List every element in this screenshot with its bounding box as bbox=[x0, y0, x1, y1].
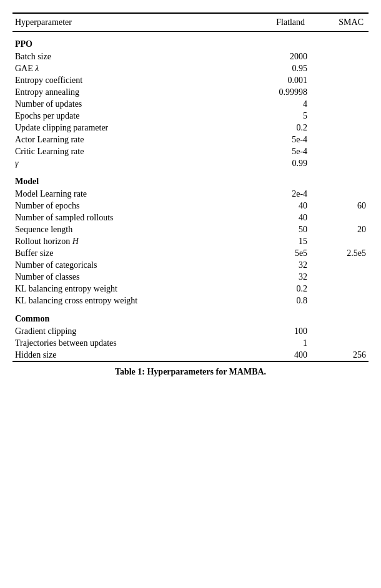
section-label-common: Common bbox=[12, 306, 369, 325]
smac-value bbox=[310, 212, 369, 223]
table-row: Critic Learning rate5e-4 bbox=[12, 145, 369, 157]
param-label: Model Learning rate bbox=[12, 188, 244, 200]
flatland-value: 100 bbox=[244, 325, 310, 337]
param-label: Hidden size bbox=[12, 349, 244, 361]
flatland-value: 50 bbox=[244, 223, 310, 235]
table-row: Epochs per update5 bbox=[12, 110, 369, 122]
param-label: Critic Learning rate bbox=[12, 145, 244, 157]
param-label: GAE λ bbox=[12, 62, 244, 74]
flatland-value: 0.99998 bbox=[244, 86, 310, 98]
param-label: Entropy annealing bbox=[12, 86, 244, 98]
header-param: Hyperparameter bbox=[12, 13, 244, 32]
flatland-value: 5e5 bbox=[244, 247, 310, 259]
flatland-value: 0.2 bbox=[244, 122, 310, 134]
table-row: KL balancing cross entropy weight0.8 bbox=[12, 295, 369, 306]
param-label: γ bbox=[12, 157, 244, 169]
table-row: Number of epochs4060 bbox=[12, 200, 369, 212]
smac-value bbox=[310, 110, 369, 122]
flatland-value: 0.2 bbox=[244, 283, 310, 295]
table-row: Hidden size400256 bbox=[12, 349, 369, 361]
param-label: Rollout horizon H bbox=[12, 235, 244, 247]
flatland-value: 0.99 bbox=[244, 157, 310, 169]
param-label: Number of classes bbox=[12, 271, 244, 283]
smac-value bbox=[310, 134, 369, 145]
table-row: Model Learning rate2e-4 bbox=[12, 188, 369, 200]
smac-value bbox=[310, 259, 369, 271]
param-label: KL balancing entropy weight bbox=[12, 283, 244, 295]
param-label: Update clipping parameter bbox=[12, 122, 244, 134]
smac-value: 20 bbox=[310, 223, 369, 235]
flatland-value: 0.95 bbox=[244, 62, 310, 74]
table-row: Number of categoricals32 bbox=[12, 259, 369, 271]
param-label: Batch size bbox=[12, 51, 244, 62]
param-label: Entropy coefficient bbox=[12, 74, 244, 86]
smac-value bbox=[310, 295, 369, 306]
flatland-value: 32 bbox=[244, 271, 310, 283]
smac-value bbox=[310, 74, 369, 86]
smac-value bbox=[310, 98, 369, 110]
smac-value bbox=[310, 157, 369, 169]
param-label: Buffer size bbox=[12, 247, 244, 259]
flatland-value: 5e-4 bbox=[244, 134, 310, 145]
section-header-ppo: PPO bbox=[12, 32, 369, 51]
param-label: Gradient clipping bbox=[12, 325, 244, 337]
table-row: Rollout horizon H15 bbox=[12, 235, 369, 247]
table-row: GAE λ0.95 bbox=[12, 62, 369, 74]
flatland-value: 2e-4 bbox=[244, 188, 310, 200]
flatland-value: 0.8 bbox=[244, 295, 310, 306]
smac-value bbox=[310, 51, 369, 62]
smac-value: 2.5e5 bbox=[310, 247, 369, 259]
param-label: Epochs per update bbox=[12, 110, 244, 122]
table-caption: Table 1: Hyperparameters for MAMBA. bbox=[12, 362, 369, 377]
flatland-value: 15 bbox=[244, 235, 310, 247]
flatland-value: 40 bbox=[244, 212, 310, 223]
smac-value bbox=[310, 145, 369, 157]
param-label: KL balancing cross entropy weight bbox=[12, 295, 244, 306]
table-row: KL balancing entropy weight0.2 bbox=[12, 283, 369, 295]
flatland-value: 32 bbox=[244, 259, 310, 271]
flatland-value: 5e-4 bbox=[244, 145, 310, 157]
flatland-value: 4 bbox=[244, 98, 310, 110]
smac-value: 60 bbox=[310, 200, 369, 212]
flatland-value: 1 bbox=[244, 337, 310, 349]
smac-value bbox=[310, 86, 369, 98]
smac-value bbox=[310, 325, 369, 337]
table-row: Entropy coefficient0.001 bbox=[12, 74, 369, 86]
table-row: Buffer size5e52.5e5 bbox=[12, 247, 369, 259]
smac-value bbox=[310, 122, 369, 134]
param-label: Number of updates bbox=[12, 98, 244, 110]
smac-value bbox=[310, 235, 369, 247]
param-label: Sequence length bbox=[12, 223, 244, 235]
hyperparameter-table: Hyperparameter Flatland SMAC PPOBatch si… bbox=[12, 12, 369, 362]
section-label-model: Model bbox=[12, 169, 369, 188]
table-row: Trajectories between updates1 bbox=[12, 337, 369, 349]
section-label-ppo: PPO bbox=[12, 32, 369, 51]
param-label: Number of sampled rollouts bbox=[12, 212, 244, 223]
table-row: γ0.99 bbox=[12, 157, 369, 169]
smac-value bbox=[310, 188, 369, 200]
table-row: Number of classes32 bbox=[12, 271, 369, 283]
smac-value bbox=[310, 337, 369, 349]
param-label: Number of categoricals bbox=[12, 259, 244, 271]
smac-value bbox=[310, 283, 369, 295]
table-row: Update clipping parameter0.2 bbox=[12, 122, 369, 134]
section-header-model: Model bbox=[12, 169, 369, 188]
param-label: Actor Learning rate bbox=[12, 134, 244, 145]
table-row: Actor Learning rate5e-4 bbox=[12, 134, 369, 145]
section-header-common: Common bbox=[12, 306, 369, 325]
table-row: Sequence length5020 bbox=[12, 223, 369, 235]
smac-value: 256 bbox=[310, 349, 369, 361]
header-flatland: Flatland bbox=[244, 13, 310, 32]
smac-value bbox=[310, 271, 369, 283]
flatland-value: 0.001 bbox=[244, 74, 310, 86]
smac-value bbox=[310, 62, 369, 74]
table-row: Batch size2000 bbox=[12, 51, 369, 62]
table-header-row: Hyperparameter Flatland SMAC bbox=[12, 13, 369, 32]
table-container: Hyperparameter Flatland SMAC PPOBatch si… bbox=[12, 12, 369, 377]
table-row: Number of sampled rollouts40 bbox=[12, 212, 369, 223]
flatland-value: 400 bbox=[244, 349, 310, 361]
param-label: Trajectories between updates bbox=[12, 337, 244, 349]
table-row: Entropy annealing0.99998 bbox=[12, 86, 369, 98]
param-label: Number of epochs bbox=[12, 200, 244, 212]
table-row: Gradient clipping100 bbox=[12, 325, 369, 337]
